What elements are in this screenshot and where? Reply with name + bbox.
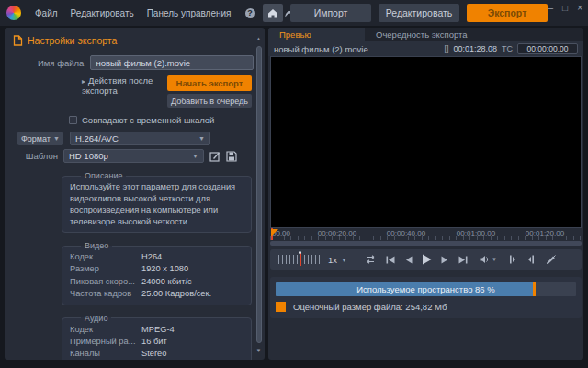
frame-back-icon bbox=[404, 256, 413, 264]
skip-end-icon bbox=[458, 256, 468, 264]
file-name-label: Имя файла bbox=[38, 58, 84, 68]
play-icon bbox=[422, 254, 432, 265]
panel-title: Настройки экспорта bbox=[28, 35, 117, 46]
timeline-ruler[interactable]: 00.00 00:00:20.00 00:00:40.00 00:01:00.0… bbox=[270, 228, 582, 240]
loop-icon bbox=[365, 255, 377, 264]
frame-forward-icon bbox=[441, 256, 449, 264]
chevron-down-icon: ▼ bbox=[492, 257, 497, 262]
match-timeline-label: Совпадают с временной шкалой bbox=[82, 115, 214, 125]
maximize-button[interactable]: □ bbox=[562, 3, 568, 13]
video-group: Видео КодекH264 Размер1920 x 1080 Пикова… bbox=[62, 241, 252, 305]
export-settings-icon bbox=[13, 35, 23, 46]
skip-start-icon bbox=[386, 256, 395, 264]
frame-forward-button[interactable] bbox=[436, 249, 454, 270]
chevron-down-icon: ▼ bbox=[53, 135, 60, 142]
disk-space-box: Используемое пространство 86 % Оценочный… bbox=[270, 277, 582, 318]
jog-knob[interactable] bbox=[299, 251, 301, 254]
title-menu-bar: Файл Редактировать Панель управления ? И… bbox=[0, 0, 588, 26]
close-button[interactable]: × bbox=[577, 3, 582, 13]
marker-out-button[interactable] bbox=[523, 255, 539, 264]
format-select[interactable]: H.264/AVC▼ bbox=[70, 132, 210, 145]
format-category-dropdown[interactable]: Формат▼ bbox=[17, 132, 63, 145]
duration-brackets-icon: [] bbox=[444, 44, 448, 53]
chevron-down-icon: ▼ bbox=[341, 257, 347, 263]
export-settings-panel: Настройки экспорта Имя файла ▸Действия п… bbox=[5, 28, 265, 360]
scrollbar-thumb[interactable] bbox=[256, 46, 262, 343]
chevron-down-icon: ▼ bbox=[192, 153, 198, 159]
volume-icon bbox=[480, 255, 490, 264]
timecode-input[interactable] bbox=[517, 43, 578, 54]
preview-file-name: новый фильм (2).movie bbox=[274, 44, 444, 54]
tab-export-queue[interactable]: Очередность экспорта bbox=[365, 28, 479, 41]
description-text: Используйте этот параметр для создания в… bbox=[70, 181, 243, 227]
home-button[interactable] bbox=[263, 4, 283, 22]
marker-in-button[interactable] bbox=[504, 255, 521, 264]
tab-export[interactable]: Экспорт bbox=[467, 4, 548, 22]
ruler-label: 00:00:40.00 bbox=[387, 229, 425, 237]
play-button[interactable] bbox=[417, 249, 436, 270]
description-legend: Описание bbox=[81, 171, 126, 180]
loop-button[interactable] bbox=[360, 249, 381, 270]
audio-legend: Аудио bbox=[81, 314, 111, 323]
window-controls: – □ × bbox=[548, 3, 582, 13]
preview-info-row: новый фильм (2).movie [] 00:01:28.08 TC bbox=[268, 41, 583, 56]
duration-value: 00:01:28.08 bbox=[453, 44, 497, 53]
preview-tabs: Превью Очередность экспорта bbox=[268, 28, 583, 41]
playhead-marker[interactable] bbox=[271, 229, 278, 236]
snapshot-pen-icon bbox=[546, 255, 556, 264]
estimated-size-text: Оценочный размер файла: 254,82 Мб bbox=[293, 302, 447, 312]
template-label: Шаблон bbox=[17, 151, 63, 161]
frame-back-button[interactable] bbox=[400, 249, 417, 270]
panel-header: Настройки экспорта bbox=[13, 35, 265, 46]
start-export-button[interactable]: Начать экспорт bbox=[167, 75, 252, 91]
jog-shuttle-slider[interactable] bbox=[278, 255, 321, 264]
ruler-label: 00:01:00.00 bbox=[457, 229, 495, 237]
settings-scrollbar[interactable]: ▲ ▼ bbox=[254, 35, 263, 354]
home-icon bbox=[267, 8, 278, 18]
app-logo-icon bbox=[6, 6, 21, 20]
preview-panel: Превью Очередность экспорта новый фильм … bbox=[268, 28, 583, 360]
menu-edit[interactable]: Редактировать bbox=[64, 8, 141, 18]
template-select[interactable]: HD 1080p▼ bbox=[63, 149, 204, 163]
video-preview-screen[interactable] bbox=[270, 56, 582, 228]
minimize-button[interactable]: – bbox=[548, 3, 554, 13]
help-icon[interactable]: ? bbox=[245, 8, 255, 18]
ruler-label: 00:01:20.00 bbox=[526, 229, 564, 237]
audio-channels-row: КаналыStereo bbox=[70, 348, 243, 360]
marker-in-icon bbox=[509, 255, 516, 264]
menu-control-panel[interactable]: Панель управления bbox=[141, 8, 238, 18]
disk-space-progressbar: Используемое пространство 86 % bbox=[276, 282, 576, 296]
playback-speed-select[interactable]: 1x▼ bbox=[328, 255, 347, 265]
tc-label: TC bbox=[502, 44, 513, 53]
mode-switcher: Импорт Редактировать Экспорт bbox=[263, 4, 548, 22]
video-bitrate-row: Пиковая скоро...24000 кбит/с bbox=[70, 276, 243, 288]
timeline-scrollbar[interactable] bbox=[270, 241, 582, 246]
file-name-input[interactable] bbox=[90, 55, 254, 70]
menu-file[interactable]: Файл bbox=[28, 8, 64, 18]
edit-template-button[interactable] bbox=[209, 151, 220, 162]
video-framerate-row: Частота кадров25.00 Кадров/сек. bbox=[70, 288, 243, 300]
skip-end-button[interactable] bbox=[454, 249, 472, 270]
add-to-queue-button[interactable]: Добавить в очередь bbox=[167, 94, 252, 108]
scroll-up-icon[interactable]: ▲ bbox=[254, 35, 263, 42]
volume-button[interactable]: ▼ bbox=[480, 255, 497, 264]
marker-out-icon bbox=[527, 255, 535, 264]
match-timeline-checkbox[interactable] bbox=[69, 116, 77, 124]
audio-samplesize-row: Примерный ра...16 бит bbox=[70, 336, 243, 348]
video-codec-row: КодекH264 bbox=[70, 251, 243, 263]
tab-import[interactable]: Импорт bbox=[290, 4, 371, 22]
ruler-label: 00:00:20.00 bbox=[318, 229, 356, 237]
save-floppy-icon bbox=[226, 151, 237, 162]
tab-edit[interactable]: Редактировать bbox=[379, 4, 459, 22]
skip-start-button[interactable] bbox=[381, 249, 400, 270]
video-size-row: Размер1920 x 1080 bbox=[70, 263, 243, 275]
post-export-actions-toggle[interactable]: ▸Действия после экспорта bbox=[82, 75, 167, 96]
space-progress-label: Используемое пространство 86 % bbox=[276, 282, 576, 296]
scroll-down-icon[interactable]: ▼ bbox=[254, 347, 263, 354]
edit-pencil-icon bbox=[209, 151, 220, 162]
snapshot-button[interactable] bbox=[541, 255, 560, 264]
save-template-button[interactable] bbox=[226, 151, 237, 162]
audio-codec-row: КодекMPEG-4 bbox=[70, 324, 243, 336]
chevron-down-icon: ▼ bbox=[198, 135, 205, 142]
tab-preview[interactable]: Превью bbox=[268, 28, 365, 41]
